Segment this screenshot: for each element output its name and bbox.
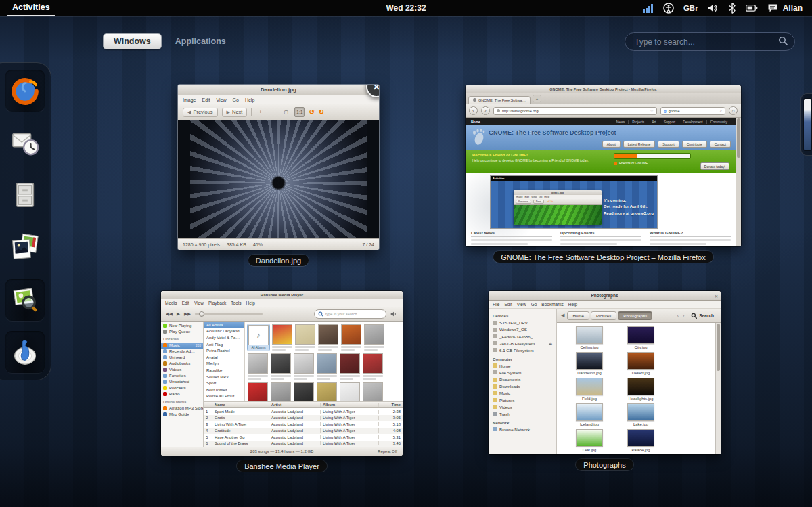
sidebar-place-item[interactable]: 246 GB Filesystem ⏏ [493, 340, 556, 347]
sidebar-place-item[interactable]: 6.1 GB Filesystem [493, 347, 556, 353]
zoom-normal-icon[interactable]: 1:1 [294, 107, 304, 117]
volume-icon[interactable] [708, 3, 719, 13]
menu-item[interactable]: Edit [202, 97, 210, 102]
site-nav-home[interactable]: Home [471, 120, 480, 124]
sidebar-place-item[interactable]: Network [493, 418, 556, 426]
menu-item[interactable]: Go [531, 302, 537, 307]
sidebar-place-item[interactable]: File System [493, 369, 556, 376]
browser-tab[interactable]: GNOME: The Free Softwa… [468, 96, 531, 104]
site-nav-link[interactable]: Community [706, 120, 731, 124]
repeat-mode[interactable]: Repeat Off [378, 449, 397, 454]
source-list-item[interactable]: Unwatched [161, 379, 203, 385]
file-item[interactable]: Headlights.jpg [616, 378, 665, 403]
artist-list-item[interactable]: Sport [204, 380, 244, 387]
album-cell[interactable] [271, 353, 291, 380]
menu-item[interactable]: Edit [182, 301, 189, 305]
clock[interactable]: Wed 22:32 [386, 0, 426, 16]
scrollbar-thumb[interactable] [717, 324, 720, 371]
artist-list-item[interactable]: All Artists [204, 322, 244, 328]
menu-item[interactable]: Go [233, 97, 239, 102]
track-row[interactable]: 3 Living With A Tiger Acoustic Ladyland … [204, 421, 403, 428]
tab-applications[interactable]: Applications [175, 37, 226, 46]
battery-icon[interactable] [746, 4, 758, 12]
zoom-out-icon[interactable]: − [269, 108, 277, 116]
album-cell[interactable] [272, 324, 292, 351]
album-cell[interactable] [341, 324, 361, 351]
album-cell[interactable] [340, 353, 360, 380]
breadcrumb-button[interactable]: Home [567, 311, 589, 320]
album-cell[interactable] [294, 382, 314, 401]
keyboard-layout-indicator[interactable]: GBr [683, 4, 698, 12]
window-banshee[interactable]: Banshee Media Player MediaEditViewPlayba… [161, 291, 403, 456]
file-item[interactable]: Lake.jpg [616, 403, 665, 429]
album-cell[interactable] [317, 382, 337, 401]
album-cell[interactable] [295, 324, 315, 351]
next-button[interactable]: ▶Next [222, 108, 248, 117]
source-list-item[interactable]: Music 203 [161, 343, 203, 349]
play-icon[interactable]: ▶ [177, 311, 180, 317]
source-list-item[interactable]: Online Media [161, 397, 203, 405]
dock-item-evolution[interactable] [5, 122, 45, 164]
artist-list-item[interactable]: Rapulike [204, 367, 244, 374]
source-list-item[interactable]: Podcasts [161, 385, 203, 391]
browser-search-field[interactable]: g gnome ⌕ [660, 107, 725, 115]
site-nav-link[interactable]: News [613, 120, 629, 124]
sidebar-place-item[interactable]: Documents [493, 376, 556, 383]
sidebar-place-item[interactable]: Windows7_OS [493, 326, 556, 333]
menu-item[interactable]: View [194, 301, 204, 305]
site-nav-link[interactable]: Support [660, 120, 679, 124]
artist-list-item[interactable]: Acoustic Ladyland [204, 328, 244, 335]
workspace-switcher[interactable] [800, 93, 812, 156]
source-list-item[interactable]: Play Queue [161, 328, 203, 334]
site-nav-link[interactable]: Projects [628, 120, 648, 124]
site-nav-link[interactable]: Development [679, 120, 706, 124]
sidebar-place-item[interactable]: Videos [493, 403, 556, 410]
artist-list-item[interactable]: Andy Votel & Pa… [204, 334, 244, 341]
file-item[interactable]: Ceiling.jpg [565, 326, 614, 352]
window-titlebar[interactable]: Dandelion.jpg✕ [178, 85, 379, 95]
file-item[interactable]: Leaf.jpg [565, 429, 614, 454]
file-item[interactable]: Field.jpg [565, 378, 614, 403]
menu-item[interactable]: Edit [504, 302, 512, 307]
accessibility-icon[interactable] [663, 3, 674, 14]
menu-item[interactable]: Tools [231, 301, 241, 305]
source-list-item[interactable]: Amazon MP3 Store [161, 405, 203, 411]
breadcrumb-button[interactable]: Pictures [591, 311, 616, 320]
album-cell[interactable] [317, 353, 337, 380]
file-item[interactable]: City.jpg [616, 326, 665, 352]
track-row[interactable]: 6 Sound of the Brass Acoustic Ladyland L… [204, 441, 403, 447]
search-input[interactable]: Type to search... [625, 32, 795, 51]
back-button[interactable]: ‹ [469, 106, 478, 115]
menu-item[interactable]: Media [165, 301, 177, 305]
zoom-fit-icon[interactable]: ▢ [281, 108, 290, 116]
menu-item[interactable]: Help [568, 302, 577, 307]
eject-icon[interactable]: ⏏ [549, 341, 554, 345]
dock-item-photos[interactable] [5, 227, 45, 269]
menu-item[interactable]: View [517, 302, 526, 307]
window-titlebar[interactable]: Photographs✕ [489, 291, 721, 301]
scrollbar[interactable] [715, 323, 721, 454]
previous-track-icon[interactable]: ◀◀ [166, 311, 173, 317]
source-list-item[interactable]: Miro Guide [161, 411, 203, 417]
dock-item-banshee[interactable] [5, 331, 45, 373]
forward-button[interactable]: › [481, 106, 490, 115]
site-header-button[interactable]: About [602, 141, 621, 148]
sidebar-place-item[interactable]: Trash [493, 410, 556, 417]
volume-icon[interactable] [390, 308, 398, 320]
workspace-thumbnail[interactable] [804, 99, 811, 150]
window-titlebar[interactable]: Banshee Media Player [161, 291, 403, 299]
source-list-item[interactable]: Videos [161, 367, 203, 373]
menu-item[interactable]: Image [183, 97, 196, 102]
artist-list-item[interactable]: Souled MP3 [204, 374, 244, 380]
scrollbar[interactable] [736, 118, 741, 246]
tab-windows[interactable]: Windows [103, 33, 162, 49]
site-header-button[interactable]: Latest Release [623, 141, 655, 148]
source-list-item[interactable]: Recently Ad… [161, 349, 203, 355]
source-list-item[interactable]: Favorites [161, 373, 203, 379]
track-list-header[interactable]: Name Artist Album Time [204, 402, 403, 408]
artist-list-item[interactable]: Petra Rachel [204, 347, 244, 354]
sidebar-place-item[interactable]: _Fedora-14-i686_ [493, 333, 556, 340]
titlebar-close-icon[interactable]: ✕ [715, 293, 718, 298]
dock-item-firefox[interactable] [5, 70, 45, 112]
album-cell[interactable] [364, 324, 384, 351]
